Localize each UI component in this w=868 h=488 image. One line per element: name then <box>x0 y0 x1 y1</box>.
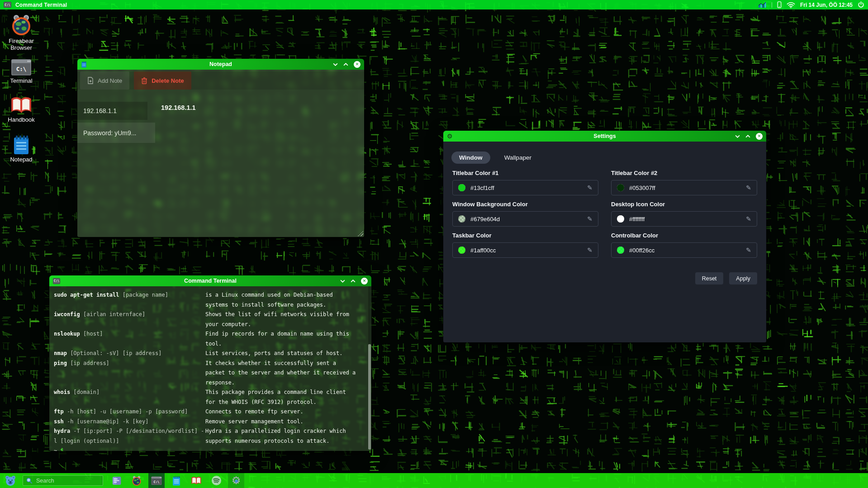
note-list-item[interactable]: 192.168.1.1 <box>77 102 147 120</box>
taskbar-notepad[interactable] <box>168 473 185 488</box>
color-setting-label: Titlebar Color #2 <box>611 170 757 176</box>
edit-pencil-icon[interactable]: ✎ <box>746 184 751 191</box>
gear-icon: ⚙ <box>447 133 453 139</box>
resize-grip[interactable] <box>358 231 363 236</box>
edit-pencil-icon[interactable]: ✎ <box>746 246 751 254</box>
note-list-item[interactable]: Password: yUm9... <box>77 123 155 143</box>
color-value-text: #1aff00cc <box>470 247 496 254</box>
terminal-prompt[interactable]: ~ $ <box>54 446 371 451</box>
taskbar-settings[interactable]: ⚙ <box>228 473 244 488</box>
terminal-output[interactable]: sudo apt-get install [package name] is a… <box>49 286 371 451</box>
settings-fields-grid: Titlebar Color #1 #13cf1cff ✎ Titlebar C… <box>452 170 757 258</box>
terminal-description: Remove server management tool. <box>205 417 304 427</box>
minimize-button[interactable] <box>340 280 345 283</box>
delete-note-label: Delete Note <box>152 77 184 84</box>
maximize-button[interactable] <box>745 135 750 138</box>
terminal-command: ping [ip address] <box>54 359 205 369</box>
phone-icon[interactable] <box>777 1 782 8</box>
menubar-app-title: Command Terminal <box>15 2 67 8</box>
delete-note-button[interactable]: Delete Note <box>134 71 191 90</box>
prompt-dollar: $ <box>60 447 63 451</box>
edit-pencil-icon[interactable]: ✎ <box>746 215 751 223</box>
terminal-row: your computer. <box>54 320 371 330</box>
color-value-text: #00ff26cc <box>629 247 655 254</box>
terminal-window: C:\ Command Terminal ✕ sudo apt-get inst… <box>49 275 372 451</box>
color-swatch <box>617 246 624 254</box>
taskbar-handbook[interactable] <box>188 473 204 488</box>
maximize-button[interactable] <box>343 63 348 66</box>
spotify-icon <box>211 475 222 486</box>
close-button[interactable]: ✕ <box>354 61 360 68</box>
reset-button[interactable]: Reset <box>695 272 723 284</box>
terminal-row: ssh -h [username@ip] -k [key] Remove ser… <box>54 417 371 427</box>
add-note-button[interactable]: Add Note <box>80 71 129 90</box>
color-swatch <box>458 246 465 254</box>
terminal-row: nmap [Optional: -sV] [ip address] List s… <box>54 349 371 359</box>
wifi-icon[interactable] <box>787 2 795 8</box>
color-value-field[interactable]: #1aff00cc ✎ <box>452 242 598 258</box>
network-chart-icon <box>759 2 767 8</box>
apply-button[interactable]: Apply <box>729 272 757 284</box>
notepad-icon <box>172 476 181 486</box>
edit-pencil-icon[interactable]: ✎ <box>587 246 593 254</box>
terminal-titlebar[interactable]: C:\ Command Terminal ✕ <box>49 275 371 286</box>
search-icon <box>26 478 32 483</box>
color-setting-field: Taskbar Color #1aff00cc ✎ <box>452 232 598 258</box>
start-button[interactable] <box>4 474 16 487</box>
terminal-description: Connects to remote ftp server. <box>205 407 304 417</box>
color-swatch <box>458 184 465 191</box>
terminal-row: tool. <box>54 339 371 349</box>
taskbar: C:\ <box>0 473 868 488</box>
settings-window: ⚙ Settings ✕ Window Wallpaper Titlebar C… <box>443 130 767 343</box>
color-value-field[interactable]: #679e604d ✎ <box>452 211 598 227</box>
close-button[interactable]: ✕ <box>756 133 763 140</box>
clock: Fri 14 Jun, ÖÖ 12:45 <box>800 2 853 8</box>
terminal-command: ssh -h [username@ip] -k [key] <box>54 417 205 427</box>
minimize-button[interactable] <box>333 63 338 66</box>
notepad-toolbar: Add Note Delete Note <box>77 71 364 90</box>
terminal-command <box>54 398 205 407</box>
taskbar-spotify[interactable] <box>208 473 224 488</box>
edit-pencil-icon[interactable]: ✎ <box>587 184 593 191</box>
desktop-icon-fireabear-browser[interactable]: Fireabear Browser <box>4 14 39 52</box>
desktop-icon-notepad[interactable]: Notepad <box>4 135 39 163</box>
maximize-button[interactable] <box>351 280 356 283</box>
search-input[interactable] <box>35 477 94 484</box>
edit-pencil-icon[interactable]: ✎ <box>587 215 593 223</box>
terminal-row: ping [ip address] It checks whether it s… <box>54 359 371 369</box>
color-value-field[interactable]: #053007ff ✎ <box>611 180 757 195</box>
tab-wallpaper[interactable]: Wallpaper <box>497 152 539 164</box>
color-setting-label: Window Background Color <box>452 201 598 208</box>
color-value-field[interactable]: #ffffffff ✎ <box>611 211 757 227</box>
scrollbar-thumb[interactable] <box>368 344 371 450</box>
desktop-icon-handbook[interactable]: Handbook <box>4 96 39 123</box>
taskbar-terminal[interactable]: C:\ <box>148 473 165 488</box>
scrollbar-track[interactable] <box>368 286 371 450</box>
tab-window[interactable]: Window <box>451 152 490 164</box>
taskbar-fireabear-browser[interactable] <box>128 473 145 488</box>
color-setting-label: Titlebar Color #1 <box>452 170 598 176</box>
minimize-button[interactable] <box>735 135 740 138</box>
settings-titlebar[interactable]: ⚙ Settings ✕ <box>443 131 766 142</box>
terminal-command: ftp -h [host] -u [username] -p [password… <box>54 407 205 417</box>
notepad-titlebar[interactable]: Notepad ✕ <box>77 59 364 70</box>
terminal-row: nslookup [host] Find ip records for a do… <box>54 329 371 339</box>
terminal-description: is a Linux command used on Debian-based <box>205 290 333 300</box>
note-editor-text[interactable]: 192.168.1.1 <box>161 104 196 111</box>
terminal-command <box>54 368 205 378</box>
color-value-field[interactable]: #00ff26cc ✎ <box>611 242 757 258</box>
terminal-row: iwconfig [airlan internface] Shows the l… <box>54 310 371 320</box>
power-icon[interactable] <box>858 1 864 8</box>
terminal-window-title: Command Terminal <box>49 278 371 284</box>
terminal-description: supports numerous protocols to attack. <box>205 436 330 446</box>
notepad-window: Notepad ✕ Add Note <box>77 58 365 237</box>
taskbar-file-manager[interactable] <box>109 473 125 488</box>
terminal-command <box>54 339 205 349</box>
terminal-command: l [login (optional)] <box>54 436 205 446</box>
desktop: C:\ Command Terminal Fri 14 Ju <box>0 0 868 488</box>
close-button[interactable]: ✕ <box>361 278 368 284</box>
search-box[interactable] <box>23 475 103 486</box>
desktop-icon-terminal[interactable]: C:\ Terminal <box>4 59 39 85</box>
color-swatch <box>617 184 624 191</box>
color-value-field[interactable]: #13cf1cff ✎ <box>452 180 598 195</box>
